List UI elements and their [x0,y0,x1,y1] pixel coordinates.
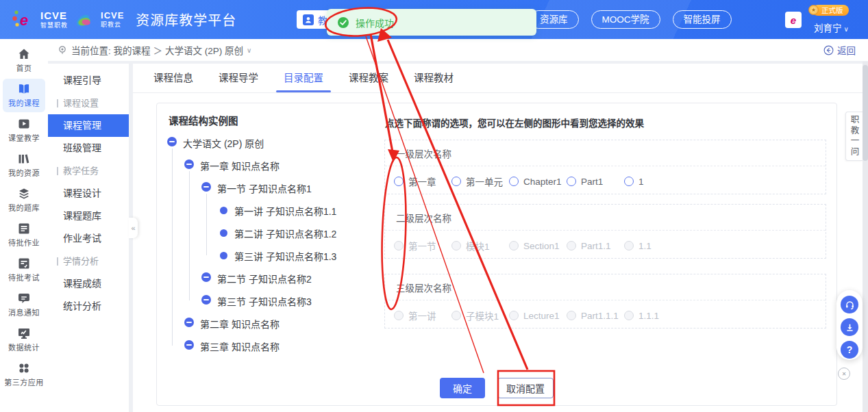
radio-circle-icon [451,241,461,250]
tree-node[interactable]: 大学语文 (2P) 原创 [167,131,373,154]
collapse-sidebar-handle[interactable]: « [129,218,138,238]
app-title: 资源库教学平台 [136,10,236,29]
sidebar-item[interactable]: 我的课程 [3,79,45,112]
sidebar-item[interactable]: 我的题库 [3,183,45,217]
radio-circle-icon [624,177,634,186]
radio-option: 模块1 [451,239,509,253]
success-toast: 操作成功 [327,9,536,36]
radio-option[interactable]: 1 [624,175,644,188]
course-tab[interactable]: 课程教材 [414,64,454,92]
group-title: 二级层次名称 [396,211,826,224]
download-icon [845,322,855,333]
menu-item[interactable]: 课程成绩 [48,272,129,295]
radio-circle-icon [451,177,461,186]
back-button[interactable]: 返回 [823,43,856,57]
back-arrow-icon [823,45,834,55]
tree-collapse-icon [201,182,211,192]
sidebar-item[interactable]: 待批作业 [3,218,45,252]
user-name: 刘育宁 [814,23,842,34]
scrollbar-thumb[interactable] [863,65,868,161]
radio-option: Lecture1 [509,309,567,322]
course-tab[interactable]: 课程导学 [219,64,258,92]
tree-node[interactable]: 第三节 子知识点名称3 [167,289,373,312]
tree-node[interactable]: 第一章 知识点名称 [167,154,373,177]
confirm-button[interactable]: 确定 [440,378,485,398]
radio-option: 子模块1 [451,309,509,322]
menu-item[interactable]: 作业考试 [48,227,129,250]
chevron-down-icon: ∨ [844,25,849,33]
radio-option[interactable]: 第一章 [394,175,451,188]
header-nav-button[interactable]: MOOC学院 [591,10,660,29]
sidebar-item[interactable]: 消息通知 [3,288,45,322]
tree-collapse-icon [184,318,194,327]
tree-collapse-icon [184,159,194,169]
tree-collapse-icon [167,137,177,146]
cancel-config-button[interactable]: 取消配置 [497,378,554,398]
sidebar-item[interactable]: 数据统计 [3,323,45,357]
tree-node[interactable]: 第一节 子知识点名称1 [167,177,373,199]
tree-node[interactable]: 第二章 知识点名称 [167,312,373,335]
menu-item[interactable]: 班级管理 [48,137,129,159]
download-button[interactable] [841,318,858,336]
tree-node[interactable]: 第三讲 子知识点名称1.3 [167,244,373,267]
radio-circle-icon [624,311,634,320]
menu-item[interactable]: 课程引导 [48,69,129,92]
logo2-name: ICVE [101,11,124,20]
instruction-text: 点选下面称谓的选项，您可以在左侧的图形中看到您选择的效果 [385,116,644,129]
radio-circle-icon [567,177,576,186]
svg-text:e: e [20,12,28,29]
pending-homework-icon [17,222,31,235]
zhijiao-yiwen-tab[interactable]: 职教一问 [845,112,863,161]
user-menu[interactable]: 刘育宁∨ [814,21,849,34]
breadcrumb-parent[interactable]: 我的课程 [114,43,151,57]
naming-level-group: 二级层次名称 第一节 模块1 Section1 Part1.1 1.1 [384,204,826,259]
course-tab[interactable]: 课程教案 [349,64,388,92]
question-bank-icon [17,187,31,201]
radio-option: 1.1.1 [624,309,659,322]
location-pin-icon [58,45,67,55]
statistics-icon [17,326,31,340]
group-title: 一级层次名称 [396,146,826,160]
close-floating-toolbar-icon[interactable]: ✕ [838,368,850,380]
radio-circle-icon [394,311,404,320]
radio-option[interactable]: Chapter1 [509,175,567,188]
version-badge: ★ 正式版 [813,5,849,16]
home-icon [17,47,31,61]
avatar[interactable]: e [785,12,802,28]
radio-option[interactable]: 第一单元 [451,175,509,188]
tree-node[interactable]: 第二节 子知识点名称2 [167,267,373,289]
tree-node[interactable]: 第二讲 子知识点名称1.2 [167,222,373,244]
structure-title: 课程结构实例图 [169,113,238,127]
group-options: 第一节 模块1 Section1 Part1.1 1.1 [385,231,826,253]
course-tab[interactable]: 课程信息 [153,64,193,92]
menu-item[interactable]: 课程管理 [48,114,129,137]
sidebar-item[interactable]: 首页 [3,44,45,77]
my-resources-icon [17,152,31,166]
group-options: 第一讲 子模块1 Lecture1 Part1.1.1 1.1.1 [385,300,826,322]
radio-circle-icon [624,241,634,250]
sidebar-item[interactable]: 我的资源 [3,149,45,182]
header-nav: 资源库MOOC学院智能投屏 [529,10,732,29]
customer-service-button[interactable] [841,296,858,313]
tree-node[interactable]: 第三章 知识点名称 [167,335,373,357]
menu-item[interactable]: 课程设计 [48,182,129,205]
header-nav-button[interactable]: 智能投屏 [673,10,732,29]
toast-text: 操作成功 [356,16,394,29]
radio-circle-icon [394,241,404,250]
course-tab[interactable]: 目录配置 [284,64,323,92]
floating-toolbar: ? [836,290,863,360]
message-icon [17,292,31,305]
radio-circle-icon [509,241,519,250]
menu-item[interactable]: 统计分析 [48,295,129,318]
sidebar-item[interactable]: 第三方应用 [3,358,45,391]
help-button[interactable]: ? [841,341,858,359]
third-party-apps-icon [17,361,31,375]
menu-item[interactable]: 课程题库 [48,205,129,227]
radio-option[interactable]: Part1 [567,175,624,188]
tree-node[interactable]: 第一讲 子知识点名称1.1 [167,199,373,222]
sidebar-item[interactable]: 待批考试 [3,253,45,287]
tree-collapse-icon [184,340,194,350]
chevron-down-icon[interactable]: ∨ [247,47,251,54]
sidebar-item[interactable]: 课堂教学 [3,114,45,147]
breadcrumb-current[interactable]: 大学语文 (2P) 原创 [165,43,243,57]
